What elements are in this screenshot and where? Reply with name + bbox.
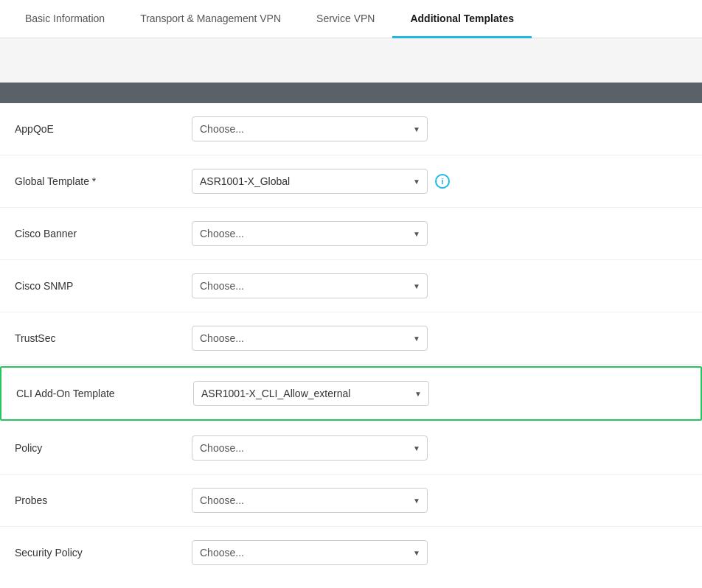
select-wrapper-security-policy: Choose... (192, 540, 428, 565)
form-row-probes: ProbesChoose... (0, 475, 702, 527)
form-row-cisco-banner: Cisco BannerChoose... (0, 208, 702, 260)
spacer (0, 38, 702, 83)
control-wrap-probes: Choose... (192, 488, 428, 513)
nav-tab-basic-info[interactable]: Basic Information (7, 1, 122, 38)
label-cisco-snmp: Cisco SNMP (15, 280, 192, 292)
select-wrapper-global-template: ASR1001-X_Global (192, 169, 428, 194)
select-wrapper-trustsec: Choose... (192, 326, 428, 351)
control-wrap-policy: Choose... (192, 435, 428, 461)
label-appqoe: AppQoE (15, 123, 192, 135)
select-wrapper-cisco-banner: Choose... (192, 221, 428, 246)
control-wrap-cli-addon: ASR1001-X_CLI_Allow_external (193, 381, 429, 406)
select-wrapper-probes: Choose... (192, 488, 428, 513)
section-header (0, 83, 702, 103)
label-global-template: Global Template * (15, 175, 192, 187)
label-security-policy: Security Policy (15, 547, 192, 559)
control-wrap-trustsec: Choose... (192, 326, 428, 351)
form-container: AppQoEChoose...Global Template *ASR1001-… (0, 103, 702, 578)
select-cisco-banner[interactable]: Choose... (192, 221, 428, 246)
nav-tab-service-vpn[interactable]: Service VPN (299, 1, 392, 38)
select-trustsec[interactable]: Choose... (192, 326, 428, 351)
form-row-cli-addon: CLI Add-On TemplateASR1001-X_CLI_Allow_e… (0, 366, 702, 421)
select-wrapper-cli-addon: ASR1001-X_CLI_Allow_external (193, 381, 429, 406)
control-wrap-cisco-banner: Choose... (192, 221, 428, 246)
form-row-appqoe: AppQoEChoose... (0, 103, 702, 155)
label-trustsec: TrustSec (15, 332, 192, 344)
label-cisco-banner: Cisco Banner (15, 228, 192, 239)
select-appqoe[interactable]: Choose... (192, 116, 428, 141)
control-wrap-global-template: ASR1001-X_Globali (192, 169, 450, 194)
nav-tab-transport-mgmt[interactable]: Transport & Management VPN (122, 1, 299, 38)
label-probes: Probes (15, 494, 192, 506)
form-row-trustsec: TrustSecChoose... (0, 312, 702, 365)
select-wrapper-cisco-snmp: Choose... (192, 273, 428, 298)
info-icon-global-template[interactable]: i (435, 174, 450, 189)
form-row-policy: PolicyChoose... (0, 422, 702, 475)
select-security-policy[interactable]: Choose... (192, 540, 428, 565)
select-cisco-snmp[interactable]: Choose... (192, 273, 428, 298)
form-row-security-policy: Security PolicyChoose... (0, 527, 702, 578)
select-wrapper-policy: Choose... (192, 435, 428, 461)
nav-tab-additional-templates[interactable]: Additional Templates (392, 1, 532, 38)
select-policy[interactable]: Choose... (192, 435, 428, 461)
top-navigation: Basic InformationTransport & Management … (0, 0, 702, 38)
select-global-template[interactable]: ASR1001-X_Global (192, 169, 428, 194)
control-wrap-security-policy: Choose... (192, 540, 428, 565)
label-policy: Policy (15, 442, 192, 454)
select-probes[interactable]: Choose... (192, 488, 428, 513)
content-area: AppQoEChoose...Global Template *ASR1001-… (0, 83, 702, 588)
form-row-cisco-snmp: Cisco SNMPChoose... (0, 260, 702, 312)
select-cli-addon[interactable]: ASR1001-X_CLI_Allow_external (193, 381, 429, 406)
control-wrap-appqoe: Choose... (192, 116, 428, 141)
select-wrapper-appqoe: Choose... (192, 116, 428, 141)
form-row-global-template: Global Template *ASR1001-X_Globali (0, 155, 702, 208)
label-cli-addon: CLI Add-On Template (16, 388, 193, 399)
control-wrap-cisco-snmp: Choose... (192, 273, 428, 298)
